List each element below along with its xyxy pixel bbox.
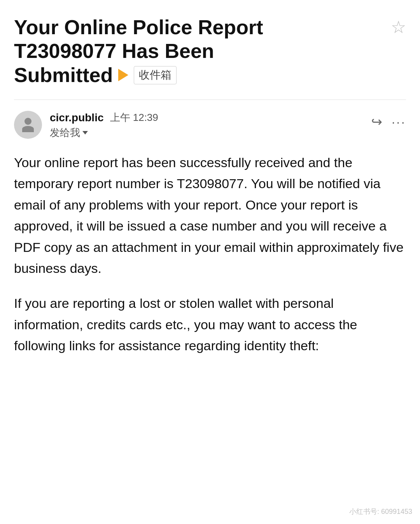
title-line1: Your Online Police Report bbox=[14, 16, 263, 39]
avatar-head bbox=[24, 118, 32, 125]
title-line2: T23098077 Has Been bbox=[14, 39, 263, 63]
avatar-person-icon bbox=[21, 118, 35, 132]
sender-left: cicr.public 上午 12:39 发给我 bbox=[14, 111, 158, 140]
title-line3: Submitted 收件箱 bbox=[14, 63, 263, 87]
sender-actions: ↩ ··· bbox=[371, 114, 406, 129]
watermark: 小红书号: 60991453 bbox=[349, 507, 412, 516]
sender-to-row[interactable]: 发给我 bbox=[50, 126, 158, 140]
email-title-row: Your Online Police Report T23098077 Has … bbox=[14, 16, 406, 87]
body-paragraph-2: If you are reporting a lost or stolen wa… bbox=[14, 293, 406, 356]
inbox-badge[interactable]: 收件箱 bbox=[134, 66, 177, 84]
sender-name: cicr.public bbox=[50, 112, 104, 124]
sender-to-label: 发给我 bbox=[50, 126, 80, 140]
arrow-right-icon bbox=[118, 69, 128, 81]
star-icon[interactable]: ☆ bbox=[391, 17, 406, 37]
body-paragraph-1: Your online report has been successfully… bbox=[14, 152, 406, 279]
sender-row: cicr.public 上午 12:39 发给我 ↩ ··· bbox=[14, 111, 406, 140]
inbox-arrow-icon bbox=[118, 69, 128, 81]
chevron-down-icon bbox=[82, 131, 88, 134]
more-options-icon[interactable]: ··· bbox=[392, 114, 406, 129]
divider bbox=[14, 100, 406, 100]
sender-name-time: cicr.public 上午 12:39 bbox=[50, 111, 158, 124]
sender-time: 上午 12:39 bbox=[110, 111, 158, 124]
avatar-body bbox=[22, 126, 34, 132]
avatar bbox=[14, 111, 42, 139]
email-body: Your online report has been successfully… bbox=[14, 152, 406, 356]
sender-info: cicr.public 上午 12:39 发给我 bbox=[50, 111, 158, 140]
email-container: Your Online Police Report T23098077 Has … bbox=[14, 16, 406, 356]
submitted-text: Submitted bbox=[14, 63, 113, 87]
email-title: Your Online Police Report T23098077 Has … bbox=[14, 16, 263, 87]
reply-icon[interactable]: ↩ bbox=[371, 114, 382, 129]
